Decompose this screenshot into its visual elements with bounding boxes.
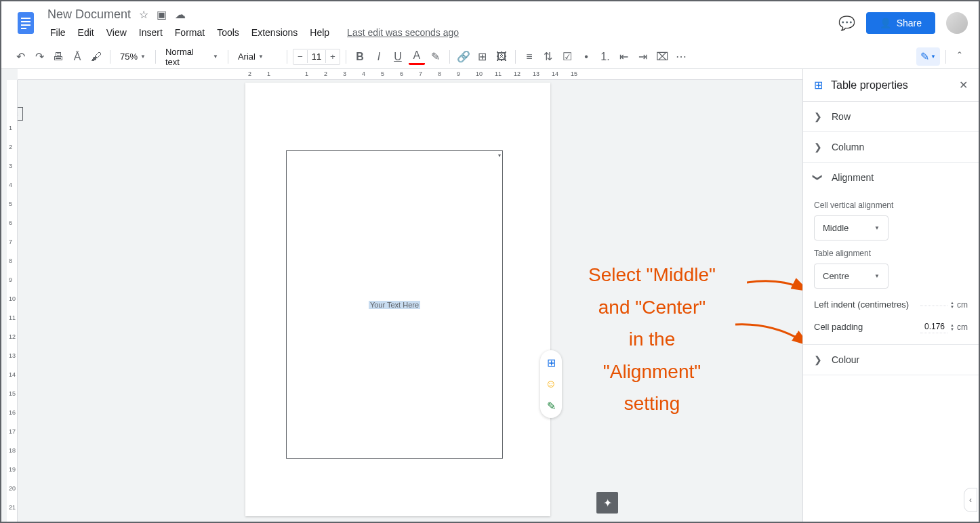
align-icon[interactable]: ≡ bbox=[521, 49, 537, 65]
collapse-sidebar-icon[interactable]: ˆ bbox=[952, 49, 968, 65]
font-size-increase[interactable]: + bbox=[326, 49, 340, 64]
chevron-right-icon: ❯ bbox=[814, 142, 822, 152]
chevron-down-icon: ❯ bbox=[813, 173, 823, 182]
undo-icon[interactable]: ↶ bbox=[12, 49, 28, 65]
cell-content[interactable]: Your Text Here bbox=[369, 301, 420, 309]
menu-bar: File Edit View Insert Format Tools Exten… bbox=[45, 24, 838, 41]
italic-icon[interactable]: I bbox=[371, 49, 387, 65]
table-icon: ⊞ bbox=[814, 79, 823, 91]
user-avatar[interactable] bbox=[946, 12, 968, 34]
document-page[interactable]: ▾ Your Text Here bbox=[245, 83, 550, 516]
menu-insert[interactable]: Insert bbox=[134, 24, 168, 41]
underline-icon[interactable]: U bbox=[390, 49, 406, 65]
toolbar: ↶ ↷ 🖶 Ā 🖌 75%▼ Normal text▼ Arial▼ − 11 … bbox=[1, 45, 979, 69]
menu-file[interactable]: File bbox=[45, 24, 71, 41]
table-cell[interactable]: ▾ Your Text Here bbox=[286, 150, 503, 459]
docs-logo-icon[interactable] bbox=[12, 9, 39, 37]
last-edit-link[interactable]: Last edit was seconds ago bbox=[342, 24, 464, 41]
zoom-select[interactable]: 75%▼ bbox=[116, 51, 150, 62]
share-button[interactable]: 👤 Share bbox=[866, 12, 935, 34]
star-icon[interactable]: ☆ bbox=[139, 8, 148, 21]
menu-view[interactable]: View bbox=[101, 24, 132, 41]
annotation-arrow-1 bbox=[747, 277, 802, 297]
svg-rect-4 bbox=[21, 28, 26, 29]
section-row[interactable]: ❯ Row bbox=[803, 102, 979, 131]
checklist-icon[interactable]: ☑ bbox=[559, 49, 575, 65]
svg-rect-2 bbox=[21, 21, 30, 22]
section-alignment[interactable]: ❯ Alignment bbox=[803, 163, 979, 192]
font-size-decrease[interactable]: − bbox=[293, 49, 307, 64]
numbered-list-icon[interactable]: 1. bbox=[597, 49, 613, 65]
clear-format-icon[interactable]: ⌧ bbox=[654, 49, 670, 65]
text-color-icon[interactable]: A bbox=[409, 49, 425, 65]
pencil-icon: ✎ bbox=[920, 50, 929, 63]
svg-rect-3 bbox=[21, 24, 30, 26]
more-icon[interactable]: ⋯ bbox=[673, 49, 689, 65]
section-column[interactable]: ❯ Column bbox=[803, 132, 979, 162]
annotation-arrow-2 bbox=[735, 319, 802, 353]
left-indent-input: ▲▼ cm bbox=[920, 300, 968, 310]
cell-padding-input[interactable]: 0.176 ▲▼ cm bbox=[920, 320, 968, 333]
table-alignment-label: Table alignment bbox=[814, 249, 968, 258]
image-icon[interactable]: 🖼 bbox=[493, 49, 510, 65]
bold-icon[interactable]: B bbox=[352, 49, 368, 65]
font-size-control: − 11 + bbox=[293, 49, 340, 65]
line-spacing-icon[interactable]: ⇅ bbox=[540, 49, 556, 65]
comments-icon[interactable]: 💬 bbox=[838, 15, 855, 31]
cell-vertical-alignment-label: Cell vertical alignment bbox=[814, 201, 968, 210]
chevron-right-icon: ❯ bbox=[814, 354, 822, 365]
chevron-right-icon: ❯ bbox=[814, 111, 822, 122]
editing-mode[interactable]: ✎ ▼ bbox=[916, 47, 940, 66]
cloud-status-icon[interactable]: ☁ bbox=[175, 8, 186, 21]
link-icon[interactable]: 🔗 bbox=[455, 49, 472, 65]
section-colour[interactable]: ❯ Colour bbox=[803, 345, 979, 375]
cell-vertical-alignment-select[interactable]: Middle▼ bbox=[814, 215, 889, 240]
font-select[interactable]: Arial▼ bbox=[234, 51, 281, 62]
svg-rect-0 bbox=[18, 12, 34, 34]
menu-format[interactable]: Format bbox=[169, 24, 210, 41]
editor-area: 21123456789101112131415 1234567891011121… bbox=[1, 69, 802, 522]
sidebar-title: Table properties bbox=[831, 79, 951, 91]
menu-edit[interactable]: Edit bbox=[73, 24, 100, 41]
indent-increase-icon[interactable]: ⇥ bbox=[635, 49, 651, 65]
paint-format-icon[interactable]: 🖌 bbox=[88, 49, 104, 65]
annotation-text: Select "Middle" and "Center" in the "Ali… bbox=[554, 259, 750, 420]
main-area: 21123456789101112131415 1234567891011121… bbox=[1, 69, 979, 522]
left-indent-label: Left indent (centimetres) bbox=[814, 299, 909, 310]
highlight-icon[interactable]: ✎ bbox=[428, 49, 444, 65]
print-icon[interactable]: 🖶 bbox=[50, 49, 66, 65]
bullet-list-icon[interactable]: • bbox=[578, 49, 594, 65]
font-size-value[interactable]: 11 bbox=[307, 50, 326, 63]
explore-button[interactable]: ✦ bbox=[596, 492, 618, 514]
spellcheck-icon[interactable]: Ā bbox=[69, 49, 85, 65]
close-icon[interactable]: ✕ bbox=[959, 79, 968, 91]
app-header: New Document ☆ ▣ ☁ File Edit View Insert… bbox=[1, 1, 979, 45]
horizontal-ruler[interactable]: 21123456789101112131415 bbox=[18, 69, 802, 80]
comment-add-icon[interactable]: ⊞ bbox=[474, 49, 491, 65]
menu-tools[interactable]: Tools bbox=[211, 24, 245, 41]
table-alignment-select[interactable]: Centre▼ bbox=[814, 264, 889, 289]
indent-decrease-icon[interactable]: ⇤ bbox=[616, 49, 632, 65]
svg-rect-1 bbox=[21, 18, 30, 19]
document-title[interactable]: New Document bbox=[45, 6, 134, 23]
style-select[interactable]: Normal text▼ bbox=[161, 47, 222, 67]
table-properties-sidebar: ⊞ Table properties ✕ ❯ Row ❯ Column ❯ Al… bbox=[802, 69, 979, 522]
move-icon[interactable]: ▣ bbox=[157, 8, 167, 21]
vertical-ruler[interactable]: 12345678910111213141516171819202122 bbox=[7, 80, 18, 522]
side-panel-toggle[interactable]: ‹ bbox=[964, 488, 977, 512]
menu-extensions[interactable]: Extensions bbox=[246, 24, 303, 41]
share-label: Share bbox=[897, 18, 922, 28]
menu-help[interactable]: Help bbox=[304, 24, 335, 41]
person-icon: 👤 bbox=[880, 18, 891, 28]
cell-padding-label: Cell padding bbox=[814, 322, 863, 332]
redo-icon[interactable]: ↷ bbox=[31, 49, 47, 65]
cell-handle-icon[interactable]: ▾ bbox=[498, 152, 501, 159]
